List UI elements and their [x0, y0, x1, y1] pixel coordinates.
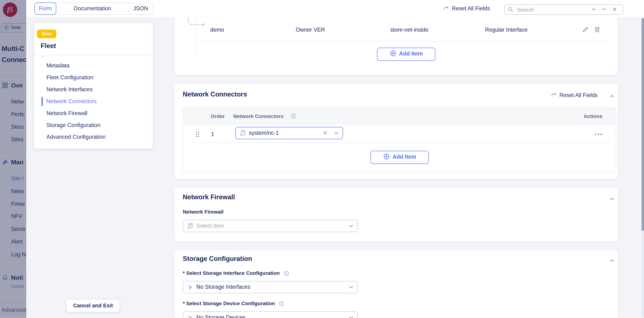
- storage-interface-value: No Storage Interfaces: [196, 284, 250, 290]
- reset-all-fields-top[interactable]: Reset All Fields: [443, 6, 490, 12]
- connector-select-value: system/nc-1: [249, 130, 279, 136]
- search-next-icon[interactable]: [601, 6, 607, 12]
- fleet-panel-title: Fleet: [41, 42, 56, 50]
- storage-device-label-text: * Select Storage Device Configuration: [183, 301, 275, 306]
- storage-device-select[interactable]: No Storage Devices: [183, 311, 358, 318]
- reset-all-fields-connectors[interactable]: Reset All Fields: [550, 92, 598, 98]
- scrollbar-thumb[interactable]: [642, 18, 644, 231]
- modal-topbar: Form Documentation JSON Reset All Fields: [26, 0, 644, 17]
- storage-interface-label-text: * Select Storage Interface Configuration: [183, 270, 280, 276]
- reset-icon: [443, 6, 449, 12]
- tab-json[interactable]: JSON: [129, 3, 152, 14]
- circle-plus-icon: [383, 153, 390, 160]
- section-title-storage-configuration: Storage Configuration: [183, 255, 252, 262]
- section-title-network-firewall: Network Firewall: [183, 194, 235, 201]
- column-header-order: Order: [211, 114, 224, 119]
- reset-icon: [550, 92, 556, 98]
- branch-choice-icon: [187, 314, 194, 318]
- reset-all-fields-label: Reset All Fields: [452, 6, 490, 12]
- new-badge: New: [37, 30, 56, 38]
- collapse-notch-icon[interactable]: [40, 52, 46, 58]
- storage-interface-select[interactable]: No Storage Interfaces: [183, 281, 358, 293]
- info-icon[interactable]: [279, 301, 284, 306]
- info-icon[interactable]: [284, 271, 289, 276]
- info-icon[interactable]: [291, 114, 296, 119]
- row-cell-owner: Owner VER: [296, 27, 325, 33]
- search-prev-icon[interactable]: [591, 6, 596, 12]
- edit-icon[interactable]: [582, 26, 588, 33]
- row-divider: [190, 142, 609, 143]
- column-header-actions: Actions: [584, 114, 602, 119]
- select-item-icon: [240, 130, 246, 136]
- fleet-nav-panel: New Fleet Metadata Fleet Configuration N…: [34, 23, 153, 149]
- drag-handle-icon[interactable]: [195, 131, 200, 138]
- fleet-nav-advanced-configuration[interactable]: Advanced Configuration: [46, 133, 106, 141]
- storage-device-value: No Storage Devices: [196, 314, 246, 318]
- modal-dim-overlay: [0, 0, 26, 318]
- network-firewall-select[interactable]: Select item: [183, 220, 358, 232]
- tree-elbow-connector: [187, 17, 206, 28]
- field-label-network-firewall: Network Firewall: [183, 209, 224, 215]
- fleet-nav-fleet-configuration[interactable]: Fleet Configuration: [46, 74, 93, 82]
- view-tab-group: Form Documentation JSON: [34, 2, 153, 15]
- screen: f5 Sele Multi-C Connec Ove Netw Perfo Se…: [0, 0, 644, 318]
- search-box: [504, 4, 624, 15]
- collapse-section-icon[interactable]: [609, 258, 615, 264]
- branch-choice-icon: [187, 284, 194, 290]
- column-separator: [196, 17, 196, 54]
- search-icon: [508, 7, 514, 12]
- add-item-label: Add Item: [392, 154, 416, 160]
- connector-select[interactable]: system/nc-1: [236, 127, 343, 139]
- network-firewall-placeholder: Select item: [196, 222, 224, 229]
- storage-configuration-card: Storage Configuration * Select Storage I…: [174, 250, 618, 318]
- fleet-nav-metadata[interactable]: Metadata: [46, 62, 70, 70]
- section-title-network-connectors: Network Connectors: [183, 91, 247, 98]
- reset-all-fields-label: Reset All Fields: [560, 92, 598, 98]
- delete-icon[interactable]: [594, 26, 600, 33]
- network-firewall-card: Network Firewall Network Firewall Select…: [174, 187, 618, 242]
- app-sidebar: f5 Sele Multi-C Connec Ove Netw Perfo Se…: [0, 0, 26, 318]
- active-item-bar: [42, 97, 43, 106]
- clear-icon[interactable]: [323, 130, 328, 135]
- chevron-down-icon[interactable]: [334, 131, 339, 136]
- tab-form[interactable]: Form: [34, 2, 56, 15]
- network-connectors-card: Network Connectors Reset All Fields Orde…: [174, 84, 618, 179]
- fleet-nav-storage-configuration[interactable]: Storage Configuration: [46, 121, 100, 129]
- fleet-nav-network-connectors[interactable]: Network Connectors: [46, 98, 97, 106]
- column-header-network-connectors: Network Connectors: [233, 114, 284, 119]
- row-order-value: 1: [211, 131, 214, 137]
- collapse-section-icon[interactable]: [609, 196, 615, 202]
- fleet-panel-divider: [34, 54, 153, 55]
- fleet-nav-network-firewall[interactable]: Network Firewall: [46, 109, 88, 118]
- search-close-icon[interactable]: [612, 6, 618, 12]
- chevron-down-icon[interactable]: [349, 285, 354, 290]
- field-label-storage-device: * Select Storage Device Configuration: [183, 301, 284, 306]
- add-item-button-connectors[interactable]: Add Item: [370, 151, 429, 164]
- row-cell-name: demo: [210, 27, 224, 33]
- fleet-editor-modal: Form Documentation JSON Reset All Fields: [26, 0, 644, 318]
- connectors-table-header: Order Network Connectors Actions: [183, 108, 616, 124]
- cancel-and-exit-button[interactable]: Cancel and Exit: [66, 299, 120, 312]
- add-item-label: Add Item: [399, 50, 423, 57]
- add-item-button-interfaces[interactable]: Add Item: [377, 48, 435, 61]
- collapse-section-icon[interactable]: [609, 93, 615, 99]
- row-cell-interface-type: Regular Interface: [485, 27, 528, 33]
- network-interfaces-card: demo Owner VER store-net-inside Regular …: [174, 17, 618, 74]
- row-divider: [199, 41, 608, 42]
- chevron-down-icon[interactable]: [349, 315, 354, 318]
- tab-documentation[interactable]: Documentation: [56, 3, 129, 14]
- fleet-nav-network-interfaces[interactable]: Network Interfaces: [46, 86, 93, 94]
- connectors-table: Order Network Connectors Actions 1: [183, 108, 616, 172]
- circle-plus-icon: [390, 50, 396, 56]
- row-cell-network: store-net-inside: [390, 27, 428, 33]
- search-input[interactable]: [516, 6, 584, 14]
- chevron-down-icon[interactable]: [349, 224, 354, 228]
- search-separator: [587, 6, 587, 13]
- row-actions-menu-icon[interactable]: [594, 132, 603, 136]
- select-item-icon: [187, 222, 194, 229]
- field-label-storage-interface: * Select Storage Interface Configuration: [183, 270, 289, 276]
